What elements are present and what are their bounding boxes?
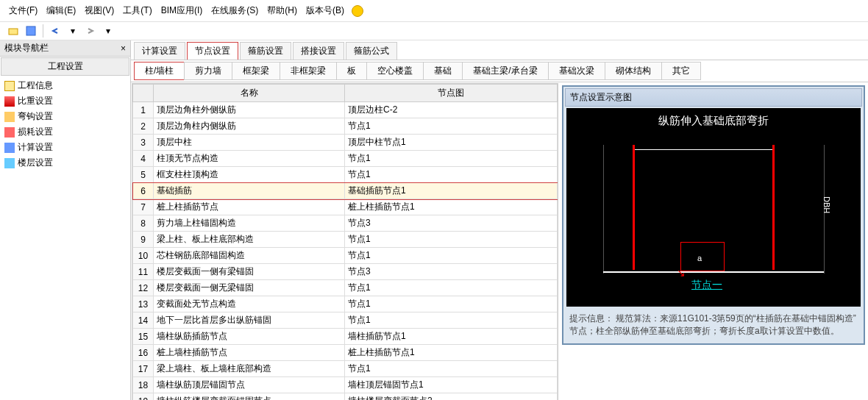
subtab-1[interactable]: 剪力墙 xyxy=(184,62,232,80)
row-num: 5 xyxy=(133,167,154,183)
table-row[interactable]: 17 梁上墙柱、板上墙柱底部构造 节点1 xyxy=(133,361,558,377)
table-row[interactable]: 19 墙柱纵筋楼层变截面锚固节点 墙柱楼层变截面节点2 xyxy=(133,393,558,401)
row-name[interactable]: 墙柱纵筋楼层变截面锚固节点 xyxy=(154,393,345,401)
row-node[interactable]: 基础插筋节点1 xyxy=(345,183,558,199)
table-row[interactable]: 2 顶层边角柱内侧纵筋 节点1 xyxy=(133,118,558,135)
row-name[interactable]: 顶层边角柱外侧纵筋 xyxy=(154,102,345,118)
row-name[interactable]: 芯柱钢筋底部锚固构造 xyxy=(154,248,345,264)
menu-tools[interactable]: 工具(T) xyxy=(120,3,154,18)
subtab-3[interactable]: 非框架梁 xyxy=(280,62,337,80)
row-name[interactable]: 桩上墙柱插筋节点 xyxy=(154,345,345,361)
row-name[interactable]: 基础插筋 xyxy=(154,183,345,199)
row-name[interactable]: 剪力墙上柱锚固构造 xyxy=(154,215,345,232)
row-name[interactable]: 楼层变截面一侧有梁锚固 xyxy=(154,264,345,280)
undo-dropdown[interactable]: ▾ xyxy=(65,24,80,38)
subtab-0[interactable]: 柱/墙柱 xyxy=(134,62,185,80)
table-row[interactable]: 10 芯柱钢筋底部锚固构造 节点1 xyxy=(133,248,558,264)
menu-edit[interactable]: 编辑(E) xyxy=(43,3,79,18)
open-button[interactable] xyxy=(6,24,21,38)
menu-help[interactable]: 帮助(H) xyxy=(264,3,300,18)
table-row[interactable]: 18 墙柱纵筋顶层锚固节点 墙柱顶层锚固节点1 xyxy=(133,377,558,393)
row-node[interactable]: 节点1 xyxy=(345,312,558,329)
table-row[interactable]: 7 桩上柱插筋节点 桩上柱插筋节点1 xyxy=(133,199,558,215)
tree-item-floor[interactable]: 楼层设置 xyxy=(1,155,129,171)
table-row[interactable]: 9 梁上柱、板上柱底部构造 节点1 xyxy=(133,232,558,248)
row-node[interactable]: 节点3 xyxy=(345,215,558,232)
nav-close-icon[interactable]: × xyxy=(121,43,126,54)
row-name[interactable]: 桩上柱插筋节点 xyxy=(154,199,345,215)
subtab-9[interactable]: 砌体结构 xyxy=(605,62,662,80)
tree-item-weight[interactable]: 比重设置 xyxy=(1,93,129,109)
row-name[interactable]: 顶层边角柱内侧纵筋 xyxy=(154,118,345,135)
table-row[interactable]: 1 顶层边角柱外侧纵筋 顶层边柱C-2 xyxy=(133,102,558,118)
redo-button[interactable] xyxy=(83,24,98,38)
table-row[interactable]: 3 顶层中柱 顶层中柱节点1 xyxy=(133,135,558,151)
svg-rect-1 xyxy=(26,26,35,35)
table-row[interactable]: 8 剪力墙上柱锚固构造 节点3 xyxy=(133,215,558,232)
col-num xyxy=(133,85,154,102)
row-node[interactable]: 节点1 xyxy=(345,118,558,135)
row-name[interactable]: 楼层变截面一侧无梁锚固 xyxy=(154,280,345,296)
tree-item-project-info[interactable]: 工程信息 xyxy=(1,78,129,93)
row-num: 15 xyxy=(133,329,154,345)
menu-version[interactable]: 版本号(B) xyxy=(303,3,347,18)
table-row[interactable]: 16 桩上墙柱插筋节点 桩上柱插筋节点1 xyxy=(133,345,558,361)
subtab-10[interactable]: 其它 xyxy=(661,62,701,80)
row-node[interactable]: 节点1 xyxy=(345,296,558,312)
tab-3[interactable]: 搭接设置 xyxy=(293,42,344,60)
row-node[interactable]: 节点1 xyxy=(345,361,558,377)
row-node[interactable]: 顶层中柱节点1 xyxy=(345,135,558,151)
subtab-4[interactable]: 板 xyxy=(336,62,367,80)
row-node[interactable]: 墙柱顶层锚固节点1 xyxy=(345,377,558,393)
tab-1[interactable]: 节点设置 xyxy=(187,42,238,60)
row-name[interactable]: 顶层中柱 xyxy=(154,135,345,151)
row-name[interactable]: 墙柱纵筋插筋节点 xyxy=(154,329,345,345)
menu-online[interactable]: 在线服务(S) xyxy=(208,3,261,18)
table-row[interactable]: 6 基础插筋 基础插筋节点1 xyxy=(133,183,558,199)
row-node[interactable]: 节点3 xyxy=(345,264,558,280)
table-row[interactable]: 11 楼层变截面一侧有梁锚固 节点3 xyxy=(133,264,558,280)
save-button[interactable] xyxy=(24,24,38,38)
row-name[interactable]: 梁上墙柱、板上墙柱底部构造 xyxy=(154,361,345,377)
node-label[interactable]: 节点一 xyxy=(691,279,722,292)
row-node[interactable]: 节点1 xyxy=(345,151,558,167)
table-row[interactable]: 5 框支柱柱顶构造 节点1 xyxy=(133,167,558,183)
tab-2[interactable]: 箍筋设置 xyxy=(240,42,291,60)
row-name[interactable]: 地下一层比首层多出纵筋锚固 xyxy=(154,312,345,329)
tree-item-loss[interactable]: 损耗设置 xyxy=(1,124,129,140)
row-name[interactable]: 墙柱纵筋顶层锚固节点 xyxy=(154,377,345,393)
tab-4[interactable]: 箍筋公式 xyxy=(346,42,397,60)
subtab-6[interactable]: 基础 xyxy=(423,62,463,80)
tab-0[interactable]: 计算设置 xyxy=(134,42,185,60)
tree-item-calc[interactable]: 计算设置 xyxy=(1,140,129,155)
menu-bim[interactable]: BIM应用(I) xyxy=(158,3,206,18)
row-node[interactable]: 墙柱楼层变截面节点2 xyxy=(345,393,558,401)
subtab-8[interactable]: 基础次梁 xyxy=(548,62,605,80)
table-row[interactable]: 13 变截面处无节点构造 节点1 xyxy=(133,296,558,312)
face-icon[interactable] xyxy=(352,5,363,17)
row-node[interactable]: 桩上柱插筋节点1 xyxy=(345,345,558,361)
menu-file[interactable]: 文件(F) xyxy=(6,3,40,18)
subtab-2[interactable]: 框架梁 xyxy=(232,62,280,80)
row-node[interactable]: 节点1 xyxy=(345,248,558,264)
row-name[interactable]: 梁上柱、板上柱底部构造 xyxy=(154,232,345,248)
undo-button[interactable] xyxy=(48,24,63,38)
row-node[interactable]: 桩上柱插筋节点1 xyxy=(345,199,558,215)
row-node[interactable]: 节点1 xyxy=(345,280,558,296)
row-node[interactable]: 墙柱插筋节点1 xyxy=(345,329,558,345)
table-row[interactable]: 14 地下一层比首层多出纵筋锚固 节点1 xyxy=(133,312,558,329)
table-row[interactable]: 4 柱顶无节点构造 节点1 xyxy=(133,151,558,167)
row-node[interactable]: 节点1 xyxy=(345,167,558,183)
row-name[interactable]: 框支柱柱顶构造 xyxy=(154,167,345,183)
table-row[interactable]: 12 楼层变截面一侧无梁锚固 节点1 xyxy=(133,280,558,296)
menu-view[interactable]: 视图(V) xyxy=(82,3,117,18)
redo-dropdown[interactable]: ▾ xyxy=(101,24,115,38)
tree-item-hook[interactable]: 弯钩设置 xyxy=(1,109,129,124)
table-row[interactable]: 15 墙柱纵筋插筋节点 墙柱插筋节点1 xyxy=(133,329,558,345)
row-name[interactable]: 变截面处无节点构造 xyxy=(154,296,345,312)
row-node[interactable]: 顶层边柱C-2 xyxy=(345,102,558,118)
subtab-7[interactable]: 基础主梁/承台梁 xyxy=(462,62,548,80)
subtab-5[interactable]: 空心楼盖 xyxy=(366,62,424,80)
row-name[interactable]: 柱顶无节点构造 xyxy=(154,151,345,167)
row-node[interactable]: 节点1 xyxy=(345,232,558,248)
